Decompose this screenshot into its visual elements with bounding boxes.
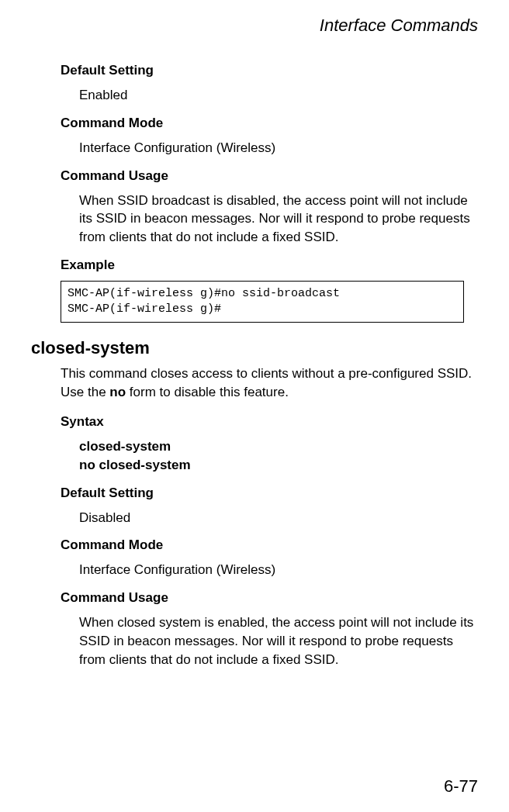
default-setting-label-1: Default Setting bbox=[61, 63, 478, 78]
description-bold-no: no bbox=[109, 385, 126, 399]
command-usage-text-2: When closed system is enabled, the acces… bbox=[79, 613, 478, 669]
syntax-line-1: closed-system bbox=[79, 439, 171, 454]
command-usage-label-1: Command Usage bbox=[61, 168, 478, 184]
syntax-label: Syntax bbox=[61, 414, 478, 430]
command-description: This command closes access to clients wi… bbox=[61, 365, 478, 402]
command-usage-label-2: Command Usage bbox=[61, 590, 478, 606]
example-label: Example bbox=[61, 257, 478, 273]
page-header: Interface Commands bbox=[31, 16, 478, 36]
description-suffix: form to disable this feature. bbox=[126, 385, 289, 399]
command-mode-label-1: Command Mode bbox=[61, 116, 478, 131]
command-mode-label-2: Command Mode bbox=[61, 537, 478, 553]
default-setting-value-1: Enabled bbox=[79, 86, 478, 105]
default-setting-label-2: Default Setting bbox=[61, 485, 478, 501]
page-content: Interface Commands Default Setting Enabl… bbox=[0, 0, 509, 693]
syntax-content: closed-system no closed-system bbox=[79, 437, 478, 475]
syntax-line-2: no closed-system bbox=[79, 458, 191, 472]
command-mode-value-1: Interface Configuration (Wireless) bbox=[79, 139, 478, 157]
page-number: 6-77 bbox=[444, 776, 478, 796]
command-mode-value-2: Interface Configuration (Wireless) bbox=[79, 561, 478, 579]
example-code-block: SMC-AP(if-wireless g)#no ssid-broadcast … bbox=[61, 281, 464, 323]
command-usage-text-1: When SSID broadcast is disabled, the acc… bbox=[79, 192, 478, 247]
default-setting-value-2: Disabled bbox=[79, 509, 478, 527]
command-title-closed-system: closed-system bbox=[31, 338, 478, 358]
